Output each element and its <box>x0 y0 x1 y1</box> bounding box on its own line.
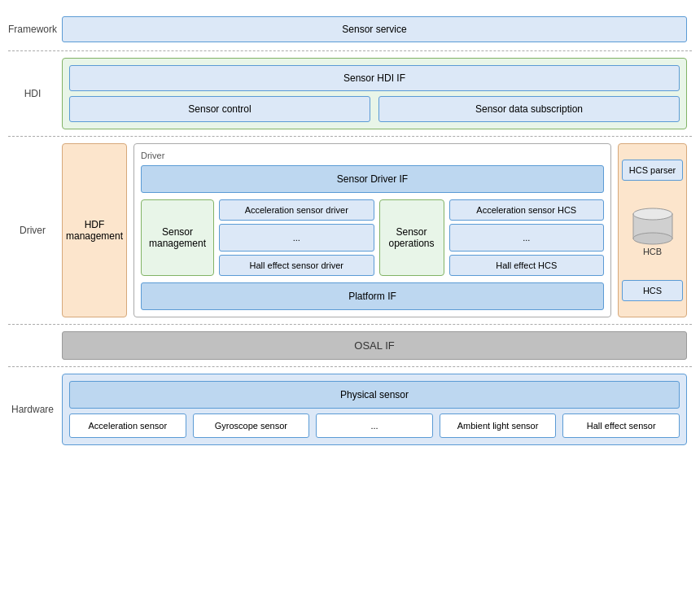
sensor-service-text: Sensor service <box>342 24 406 35</box>
hardware-container: Physical sensor Acceleration sensor Gyro… <box>62 374 687 445</box>
hdi-row: HDI Sensor HDI IF Sensor control Sensor … <box>8 51 692 137</box>
hcs-text: HCS <box>643 286 662 295</box>
hw-dots-box: ... <box>316 413 433 438</box>
drivers-column: Acceleration sensor driver ... Hall effe… <box>219 199 374 276</box>
driver-row: Driver HDF management Driver Sensor Driv… <box>8 137 692 325</box>
hdf-management-box: HDF management <box>62 143 127 317</box>
sensor-control-text: Sensor control <box>188 103 251 115</box>
platform-if-container: Platform IF <box>141 282 604 310</box>
svg-point-1 <box>633 208 672 220</box>
hardware-label: Hardware <box>8 367 57 452</box>
driver-dots-box: ... <box>219 224 374 252</box>
osal-if-box: OSAL IF <box>62 331 687 360</box>
hcb-label: HCB <box>643 247 662 256</box>
driver-inner-box: Driver Sensor Driver IF Sensor managemen… <box>133 143 611 317</box>
hdf-management-text: HDF management <box>66 219 123 242</box>
hdi-container: Sensor HDI IF Sensor control Sensor data… <box>62 58 687 129</box>
accel-hcs-box: Acceleration sensor HCS <box>449 199 605 221</box>
hdi-if-text: Sensor HDI IF <box>343 72 405 84</box>
hall-hcs-text: Hall effect HCS <box>496 260 557 270</box>
architecture-diagram: Framework Sensor service HDI Sensor HDI … <box>8 8 692 452</box>
driver-columns: Sensor management Acceleration sensor dr… <box>141 199 604 276</box>
platform-if-text: Platform IF <box>348 291 396 302</box>
sensor-operations-panel: Sensor operations <box>379 199 444 276</box>
sensor-operations-text: Sensor operations <box>385 226 439 249</box>
accel-driver-box: Acceleration sensor driver <box>219 199 374 221</box>
accel-hcs-text: Acceleration sensor HCS <box>476 205 576 215</box>
driver-dots-text: ... <box>293 233 300 243</box>
framework-label: Framework <box>8 8 57 50</box>
sensor-control-box: Sensor control <box>69 96 370 122</box>
accel-driver-text: Acceleration sensor driver <box>245 205 348 215</box>
hdi-bottom: Sensor control Sensor data subscription <box>69 96 680 122</box>
physical-sensor-text: Physical sensor <box>340 389 409 400</box>
hcs-right-panel: HCS parser HCB <box>618 143 687 317</box>
svg-point-2 <box>633 233 672 244</box>
driver-label: Driver <box>8 137 57 324</box>
osal-if-text: OSAL IF <box>354 339 394 352</box>
hall-driver-text: Hall effect sensor driver <box>250 260 343 270</box>
sensor-data-subscription-text: Sensor data subscription <box>475 103 583 115</box>
hdi-label: HDI <box>8 51 57 136</box>
hall-effect-text: Hall effect sensor <box>587 421 656 431</box>
hardware-row: Hardware Physical sensor Acceleration se… <box>8 367 692 452</box>
sensor-service-box: Sensor service <box>62 16 687 42</box>
hdi-top: Sensor HDI IF <box>69 65 680 91</box>
physical-sensor-box: Physical sensor <box>69 381 680 409</box>
sensor-driver-if-container: Sensor Driver IF <box>141 165 604 193</box>
hw-dots-text: ... <box>370 421 378 431</box>
sensor-management-panel: Sensor management <box>141 199 214 276</box>
hcs-parser-box: HCS parser <box>622 160 683 181</box>
hcs-box: HCS <box>622 280 683 301</box>
hcs-column: Acceleration sensor HCS ... Hall effect … <box>449 199 605 276</box>
ambient-light-box: Ambient light sensor <box>440 413 557 438</box>
hcs-parser-text: HCS parser <box>629 165 676 175</box>
sensor-management-text: Sensor management <box>147 226 208 249</box>
physical-sensor-container: Physical sensor <box>69 381 680 409</box>
sensor-driver-if-text: Sensor Driver IF <box>337 173 408 185</box>
hcb-cylinder-svg <box>630 204 676 245</box>
platform-if-box: Platform IF <box>141 282 604 310</box>
hcs-dots-box: ... <box>449 224 605 252</box>
hw-sensors-row: Acceleration sensor Gyroscope sensor ...… <box>69 413 680 438</box>
hcb-container: HCB <box>630 204 676 256</box>
osal-row: OSAL IF <box>8 325 692 367</box>
hall-driver-box: Hall effect sensor driver <box>219 255 374 276</box>
hall-effect-box: Hall effect sensor <box>562 413 680 438</box>
gyroscope-sensor-box: Gyroscope sensor <box>193 413 310 438</box>
hdi-if-box: Sensor HDI IF <box>69 65 680 91</box>
sensor-driver-if-box: Sensor Driver IF <box>141 165 604 193</box>
accel-sensor-box: Acceleration sensor <box>69 413 186 438</box>
hcs-dots-text: ... <box>523 233 530 243</box>
gyroscope-sensor-text: Gyroscope sensor <box>215 421 287 431</box>
osal-label <box>8 325 57 366</box>
ambient-light-text: Ambient light sensor <box>457 421 539 431</box>
hall-hcs-box: Hall effect HCS <box>449 255 605 276</box>
accel-sensor-text: Acceleration sensor <box>88 421 167 431</box>
framework-row: Framework Sensor service <box>8 8 692 51</box>
sensor-data-subscription-box: Sensor data subscription <box>378 96 680 122</box>
driver-inner-label: Driver <box>141 151 604 160</box>
